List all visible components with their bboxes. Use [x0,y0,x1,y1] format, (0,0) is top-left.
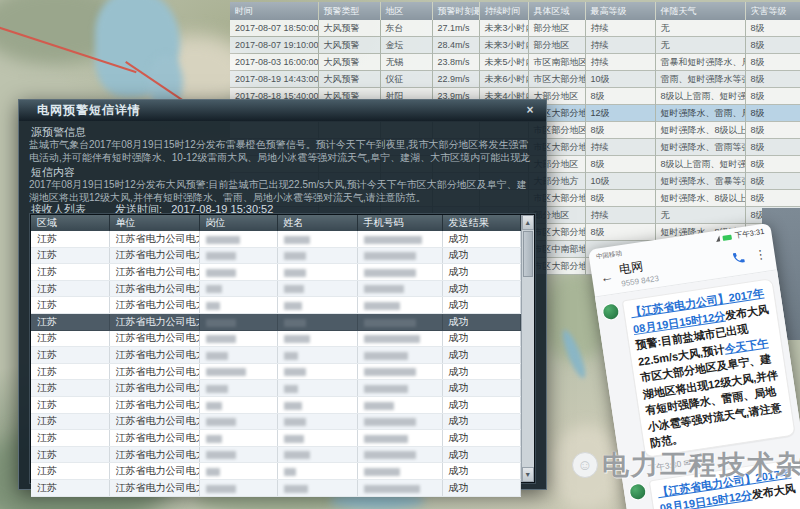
recipient-row[interactable]: 江苏江苏省电力公司电力科成功 [31,313,520,330]
recipient-cell [199,297,277,314]
scrollbar-thumb[interactable] [523,231,534,277]
recipient-cell: 江苏省电力公司电力科 [109,380,199,397]
redacted-text [364,468,400,476]
redacted-text [284,319,306,327]
recipient-row[interactable]: 江苏江苏省电力公司电力科成功 [31,479,520,496]
alert-cell: 大风预警 [318,71,380,88]
recipient-cell: 江苏 [31,231,109,247]
recipient-cell [277,430,357,447]
recipient-row[interactable]: 江苏江苏省电力公司电力科成功 [31,413,520,430]
watermark: ☺ 电力工程技术杂志 [572,447,800,483]
recipient-row[interactable]: 江苏江苏省电力公司电力科成功 [31,280,520,297]
redacted-text [206,385,228,393]
recipient-cell [357,313,442,330]
alert-cell: 2017-08-07 19:10:00 [230,37,318,54]
alert-cell: 28.4m/s [432,37,479,54]
alert-cell: 持续 [585,37,655,54]
recipient-cell: 江苏 [31,413,109,430]
scroll-down-icon[interactable]: ▼ [522,467,535,482]
redacted-text [206,402,222,410]
redacted-text [364,319,416,327]
recipient-cell [199,264,277,281]
alert-table-row[interactable]: 2017-08-19 14:43:00大风预警仪征22.9m/s未来6小时内市区… [230,71,800,88]
recipient-row[interactable]: 江苏江苏省电力公司电力科成功 [31,264,520,281]
recipient-cell [199,313,277,330]
message-bubble: 【江苏省电力公司】2017年08月19日15时12分发布大风预警:目前盐城市已出… [622,278,796,457]
source-warning-text: 盐城市气象台2017年08月19日15时12分发布雷暴橙色预警信号。预计今天下午… [29,138,536,165]
scrollbar-track[interactable] [522,230,535,467]
recipient-cell: 江苏 [31,347,109,364]
sms-link[interactable]: 今天下午 [724,336,769,354]
sms-text: 市区大部分地区及阜宁、建湖地区将出现12级大风,并伴有短时强降水、雷雨、局地小冰… [640,352,783,449]
alert-cell: 东台 [380,20,432,37]
alert-cell: 8级 [585,156,655,173]
recipient-row[interactable]: 江苏江苏省电力公司电力科成功 [31,297,520,314]
redacted-text [206,368,246,376]
recipient-row[interactable]: 江苏江苏省电力公司电力科成功 [31,231,520,247]
column-header: 姓名 [277,215,357,231]
dialog-title: 电网预警短信详情 [19,100,546,121]
alert-cell: 8级 [745,20,800,37]
recipient-cell [277,479,357,496]
recipient-cell [199,330,277,347]
alert-cell: 8级以上雷雨、短时强降水等强 [655,156,745,173]
recipient-cell [357,396,442,413]
recipient-cell [357,247,442,264]
redacted-text [206,352,228,360]
alert-cell: 短时强降水、雷雨、局地小冰雹 [655,105,745,122]
recipient-cell: 成功 [442,280,520,297]
redacted-text [284,418,306,426]
recipient-row[interactable]: 江苏江苏省电力公司电力科成功 [31,363,520,380]
column-header: 预警类型 [318,2,380,20]
recipient-cell: 成功 [442,330,520,347]
alert-table-row[interactable]: 2017-08-07 18:50:00大风预警东台27.1m/s未来3小时内部分… [230,20,800,37]
alert-cell: 短时强降水、雷暴等强对流天气 [655,173,745,190]
redacted-text [206,468,220,476]
recipient-row[interactable]: 江苏江苏省电力公司电力科成功 [31,446,520,463]
menu-icon[interactable]: ⋮ [754,246,768,262]
alert-cell: 未来3小时内 [479,37,528,54]
redacted-text [206,269,236,277]
alert-cell: 部分地区 [528,37,585,54]
recipient-cell: 江苏 [31,280,109,297]
recipient-row[interactable]: 江苏江苏省电力公司电力科成功 [31,380,520,397]
redacted-text [364,385,408,393]
recipient-row[interactable]: 江苏江苏省电力公司电力科成功 [31,430,520,447]
alert-cell: 8级 [745,105,800,122]
recipient-row[interactable]: 江苏江苏省电力公司电力科成功 [31,347,520,364]
battery-icon [723,234,733,240]
back-icon[interactable]: ← [599,269,614,286]
redacted-text [284,302,302,310]
alert-cell: 持续 [585,207,655,224]
recipient-row[interactable]: 江苏江苏省电力公司电力科成功 [31,247,520,264]
map-road-line [0,25,137,73]
redacted-text [364,402,394,410]
alert-cell: 大风预警 [318,20,380,37]
recipient-cell [357,363,442,380]
alert-cell: 2017-08-19 14:43:00 [230,71,318,88]
close-icon[interactable]: × [522,102,538,118]
recipient-row[interactable]: 江苏江苏省电力公司电力科成功 [31,463,520,480]
recipient-row[interactable]: 江苏江苏省电力公司电力科成功 [31,330,520,347]
scrollbar[interactable]: ▲ ▼ [521,215,535,482]
redacted-text [364,368,416,376]
column-header: 岗位 [199,215,277,231]
redacted-text [364,269,416,277]
scroll-up-icon[interactable]: ▲ [522,215,535,230]
recipient-cell: 成功 [442,463,520,480]
redacted-text [284,451,310,459]
recipient-cell: 江苏省电力公司电力科 [109,347,199,364]
redacted-text [284,335,310,343]
recipient-cell: 江苏 [31,247,109,264]
recipient-cell [277,247,357,264]
call-icon[interactable] [731,249,747,265]
alert-table-row[interactable]: 2017-08-03 16:00:00大风预警无锡23.8m/s未来5小时内市区… [230,54,800,71]
redacted-text [206,485,236,493]
alert-table-row[interactable]: 2017-08-07 19:10:00大风预警金坛28.4m/s未来3小时内部分… [230,37,800,54]
recipient-cell [357,280,442,297]
recipient-cell: 江苏 [31,463,109,480]
sender-avatar [602,303,619,320]
column-header: 灾害等级 [745,2,800,20]
recipient-cell [199,463,277,480]
recipient-row[interactable]: 江苏江苏省电力公司电力科成功 [31,396,520,413]
